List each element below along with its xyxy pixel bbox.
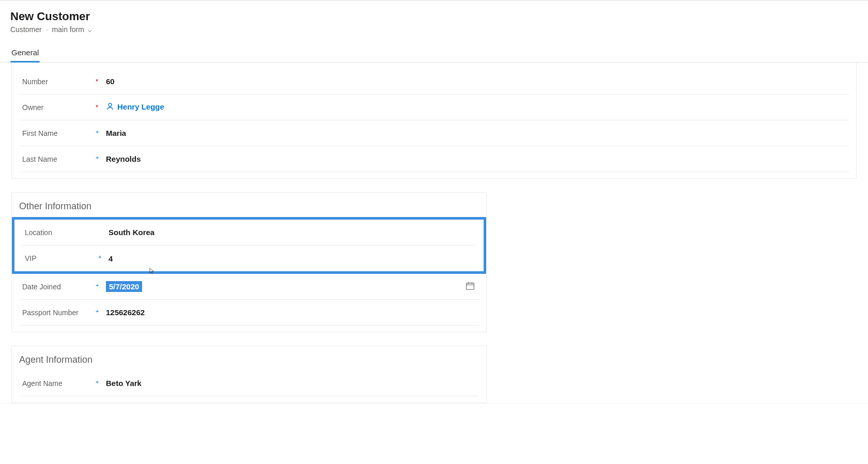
person-icon — [106, 102, 114, 111]
svg-rect-1 — [467, 283, 474, 289]
field-date-joined[interactable]: Date Joined + 5/7/2020 — [19, 274, 479, 300]
field-label: Date Joined — [19, 283, 96, 291]
field-agent-name[interactable]: Agent Name + Beto Yark — [19, 370, 479, 396]
field-label: Number — [19, 78, 96, 86]
field-first-name[interactable]: First Name + Maria — [19, 120, 849, 146]
field-value[interactable]: 60 — [106, 75, 849, 88]
field-value[interactable]: Maria — [106, 127, 849, 140]
form-selector-label: main form — [52, 25, 84, 34]
recommended-indicator: + — [96, 129, 106, 135]
field-label: Agent Name — [19, 379, 96, 388]
section-agent-information: Agent Information Agent Name + Beto Yark — [11, 346, 487, 403]
recommended-indicator: + — [96, 154, 106, 161]
field-value[interactable]: Beto Yark — [106, 377, 479, 390]
field-value[interactable]: South Korea — [109, 226, 476, 239]
calendar-icon — [466, 281, 475, 290]
tab-bar: General — [0, 44, 868, 63]
tab-general[interactable]: General — [10, 44, 40, 62]
field-value[interactable]: 4 — [109, 252, 476, 265]
highlight-box: Location South Korea VIP + 4 — [12, 217, 486, 274]
field-number[interactable]: Number * 60 — [19, 69, 849, 95]
field-location[interactable]: Location South Korea — [22, 220, 476, 245]
recommended-indicator: + — [96, 379, 106, 385]
section-other-information: Other Information Location South Korea V… — [11, 192, 487, 332]
field-label: Last Name — [19, 155, 96, 163]
field-label: Location — [22, 228, 98, 237]
form-content: Number * 60 Owner * Henry Legge First Na… — [0, 63, 868, 403]
svg-point-0 — [109, 103, 112, 106]
field-label: First Name — [19, 129, 96, 137]
page-title: New Customer — [10, 10, 858, 23]
field-label: Passport Number — [19, 308, 96, 317]
recommended-indicator: + — [98, 254, 109, 260]
field-last-name[interactable]: Last Name + Reynolds — [19, 146, 849, 172]
field-value[interactable]: Henry Legge — [106, 100, 849, 115]
section-title: Other Information — [12, 193, 486, 217]
field-value[interactable]: 5/7/2020 — [106, 279, 479, 294]
owner-name: Henry Legge — [117, 102, 164, 111]
form-selector[interactable]: main form — [52, 25, 92, 34]
field-value[interactable]: Reynolds — [106, 152, 849, 165]
recommended-indicator: + — [96, 308, 106, 314]
section-title: Agent Information — [12, 346, 486, 370]
field-passport-number[interactable]: Passport Number + 125626262 — [19, 300, 479, 326]
required-indicator: * — [96, 103, 106, 111]
entity-name: Customer — [10, 25, 42, 34]
field-label: Owner — [19, 103, 96, 112]
form-header: New Customer Customer main form — [0, 1, 868, 34]
field-value[interactable]: 125626262 — [106, 306, 479, 319]
calendar-button[interactable] — [466, 281, 475, 292]
chevron-down-icon — [87, 27, 92, 32]
breadcrumb: Customer main form — [10, 25, 858, 34]
required-indicator: * — [96, 78, 106, 85]
breadcrumb-separator — [45, 25, 49, 34]
field-label: VIP — [22, 254, 98, 262]
field-vip[interactable]: VIP + 4 — [22, 245, 476, 271]
owner-lookup[interactable]: Henry Legge — [106, 102, 164, 111]
field-owner[interactable]: Owner * Henry Legge — [19, 95, 849, 120]
section-primary: Number * 60 Owner * Henry Legge First Na… — [11, 63, 857, 179]
recommended-indicator: + — [96, 282, 106, 288]
date-selected-text[interactable]: 5/7/2020 — [106, 281, 142, 292]
